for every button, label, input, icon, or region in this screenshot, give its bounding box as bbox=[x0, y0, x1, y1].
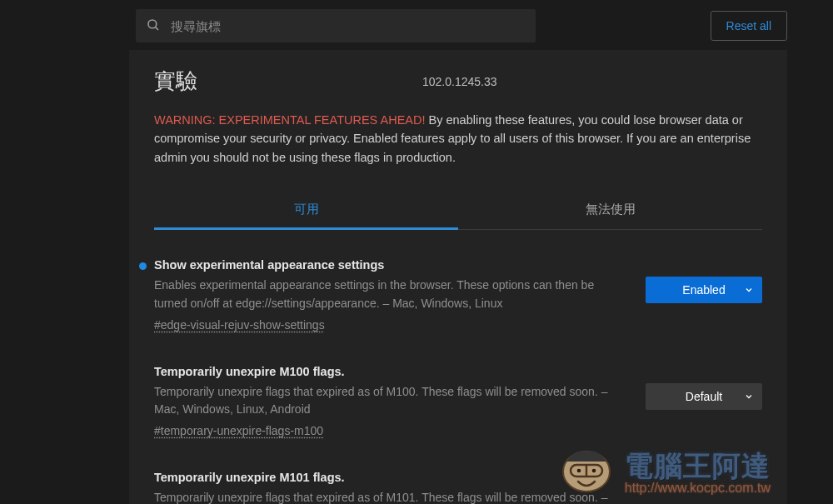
flag-text: Temporarily unexpire M101 flags. Tempora… bbox=[154, 471, 762, 504]
tab-available[interactable]: 可用 bbox=[154, 190, 458, 229]
flag-description: Temporarily unexpire flags that expired … bbox=[154, 489, 762, 504]
flag-state-select[interactable]: Default bbox=[646, 383, 762, 410]
svg-point-0 bbox=[148, 20, 157, 28]
tab-bar: 可用 無法使用 bbox=[154, 190, 762, 230]
flag-state-label: Enabled bbox=[682, 283, 725, 297]
flags-list: Show experimental appearance settings En… bbox=[154, 258, 762, 504]
flag-title: Temporarily unexpire M100 flags. bbox=[154, 365, 629, 378]
flag-state-select[interactable]: Enabled bbox=[646, 277, 762, 303]
reset-all-button[interactable]: Reset all bbox=[711, 11, 787, 41]
version-label: 102.0.1245.33 bbox=[422, 75, 497, 88]
flag-title: Show experimental appearance settings bbox=[154, 258, 629, 272]
flag-select-wrap: Enabled bbox=[646, 258, 762, 331]
flag-title: Temporarily unexpire M101 flags. bbox=[154, 471, 762, 484]
flag-description: Temporarily unexpire flags that expired … bbox=[154, 383, 629, 419]
flag-item: Show experimental appearance settings En… bbox=[154, 258, 762, 364]
flag-text: Temporarily unexpire M100 flags. Tempora… bbox=[154, 365, 629, 437]
search-icon bbox=[146, 17, 161, 35]
svg-line-1 bbox=[155, 27, 158, 30]
page-title: 實驗 bbox=[154, 67, 197, 96]
warning-prefix: WARNING: EXPERIMENTAL FEATURES AHEAD! bbox=[154, 113, 426, 127]
page-frame: Reset all 實驗 102.0.1245.33 WARNING: EXPE… bbox=[0, 0, 833, 504]
search-input[interactable] bbox=[171, 19, 526, 33]
modified-dot-icon bbox=[139, 262, 147, 270]
search-box[interactable] bbox=[136, 9, 536, 42]
flag-anchor-link[interactable]: #edge-visual-rejuv-show-settings bbox=[154, 318, 325, 332]
flag-item: Temporarily unexpire M100 flags. Tempora… bbox=[154, 365, 762, 471]
top-bar: Reset all bbox=[129, 0, 787, 50]
tab-unavailable[interactable]: 無法使用 bbox=[458, 190, 762, 229]
flag-anchor-link[interactable]: #temporary-unexpire-flags-m100 bbox=[154, 424, 323, 437]
header-row: 實驗 102.0.1245.33 bbox=[154, 67, 762, 96]
flag-select-wrap: Default bbox=[646, 365, 762, 437]
flag-text: Show experimental appearance settings En… bbox=[154, 258, 629, 331]
flag-item: Temporarily unexpire M101 flags. Tempora… bbox=[154, 471, 762, 504]
flag-state-label: Default bbox=[686, 390, 722, 403]
warning-text: WARNING: EXPERIMENTAL FEATURES AHEAD! By… bbox=[154, 111, 762, 167]
flag-description: Enables experimental appearance settings… bbox=[154, 277, 629, 312]
content-area: 實驗 102.0.1245.33 WARNING: EXPERIMENTAL F… bbox=[129, 50, 787, 504]
